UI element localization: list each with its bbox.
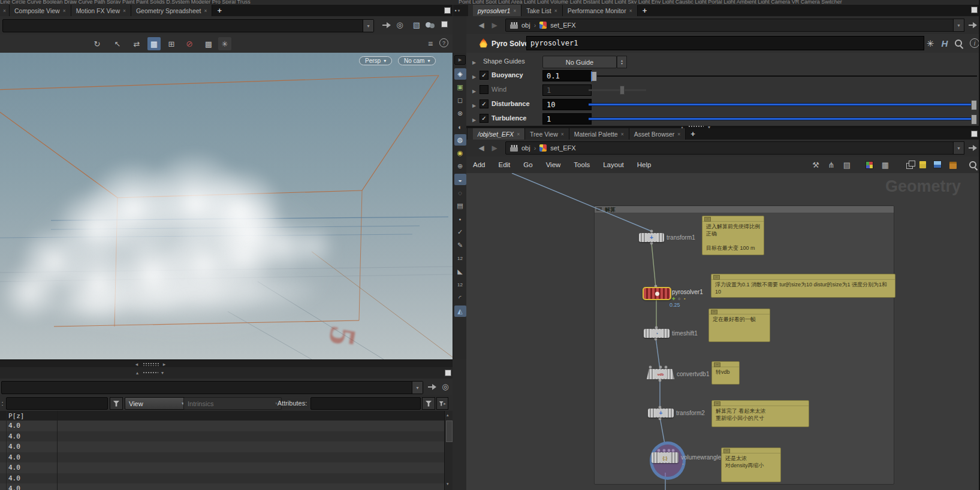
tree-list-icon[interactable]: ≡ bbox=[424, 38, 436, 50]
headlight-only-icon[interactable]: ◍ bbox=[454, 134, 466, 146]
close-icon[interactable]: × bbox=[123, 8, 126, 14]
buoyancy-checkbox[interactable]: ✓ bbox=[480, 71, 489, 80]
objects-view-icon[interactable] bbox=[426, 22, 435, 29]
tab-list-control[interactable]: ▪ ▾ bbox=[453, 5, 468, 16]
tab-performance-monitor[interactable]: Performance Monitor× bbox=[563, 5, 638, 16]
disturbance-slider-track[interactable] bbox=[589, 104, 975, 105]
buoyancy-slider-track[interactable] bbox=[589, 75, 977, 77]
lock-camera-icon[interactable]: ◻ bbox=[454, 95, 466, 106]
column-divider[interactable] bbox=[57, 411, 58, 490]
tab-obj-set-efx[interactable]: /obj/set_EFX× bbox=[473, 128, 525, 140]
viewport-path-dropdown[interactable]: ▾ bbox=[2, 19, 374, 32]
markers-icon[interactable]: ✓ bbox=[454, 226, 466, 238]
disturbance-field[interactable]: 10 bbox=[542, 99, 592, 110]
forward-icon[interactable]: ▶ bbox=[490, 21, 499, 29]
attributes-filter-input[interactable] bbox=[310, 397, 421, 410]
pane-menu-icon[interactable] bbox=[444, 7, 451, 14]
turbulence-checkbox[interactable]: ✓ bbox=[480, 114, 489, 123]
menu-add[interactable]: Add bbox=[466, 156, 491, 173]
breadcrumb-obj[interactable]: obj bbox=[521, 22, 530, 29]
help-icon[interactable]: ? bbox=[439, 38, 448, 47]
badge-template-icon[interactable]: ✚ bbox=[672, 297, 676, 301]
gear-icon[interactable]: ✳ bbox=[924, 38, 936, 50]
houdini-logo-icon[interactable]: H bbox=[939, 37, 951, 49]
spinner-down-icon[interactable]: ▾ bbox=[621, 62, 623, 65]
tab-composite-view[interactable]: Composite View× bbox=[10, 5, 71, 16]
asset-box-icon[interactable] bbox=[949, 162, 957, 169]
group-filter-input[interactable] bbox=[6, 397, 108, 410]
wind-slider-track[interactable] bbox=[589, 89, 646, 91]
shadows-icon[interactable]: ⊕ bbox=[454, 161, 466, 172]
wind-field[interactable]: 1 bbox=[542, 84, 592, 96]
disclosure-icon[interactable]: ▶ bbox=[472, 117, 476, 123]
viewport-3d[interactable]: 5 Persp ▾ No cam ▾ bbox=[0, 53, 453, 359]
splitter-up-icon[interactable]: ▴ bbox=[134, 370, 140, 376]
sticky-note[interactable]: – 解算完了 看起来太浓 重新缩小回小的尺寸 bbox=[711, 400, 809, 427]
view-tool-icon[interactable]: ↻ bbox=[91, 38, 103, 50]
spreadsheet-path-dropdown[interactable]: ▾ bbox=[1, 381, 423, 394]
attributes-funnel-button[interactable] bbox=[422, 397, 435, 410]
scroll-right-icon[interactable]: ▸ bbox=[161, 361, 168, 367]
scroll-up-icon[interactable]: ▴ bbox=[447, 413, 449, 418]
close-icon[interactable]: × bbox=[561, 131, 564, 137]
badge-bypass-icon[interactable]: ○ bbox=[678, 297, 680, 301]
normal-lighting-icon[interactable]: ◐ bbox=[454, 121, 466, 132]
menu-edit[interactable]: Edit bbox=[491, 156, 517, 173]
node-name-field[interactable]: pyrosolver1 bbox=[526, 36, 924, 50]
tools-icon[interactable]: ⚒ bbox=[810, 159, 821, 170]
close-icon[interactable]: × bbox=[621, 131, 624, 137]
menu-go[interactable]: Go bbox=[517, 156, 539, 173]
scroll-down-icon[interactable]: ▾ bbox=[447, 482, 449, 486]
close-icon[interactable]: × bbox=[554, 8, 557, 14]
sticky-note[interactable]: – 定在最好看的一帧 bbox=[708, 308, 770, 342]
prim-numbers-icon[interactable]: 12 bbox=[454, 279, 466, 291]
column-header[interactable]: P[z] bbox=[8, 412, 25, 420]
pane-menu-icon[interactable] bbox=[445, 370, 451, 376]
breadcrumb-set-efx[interactable]: set_EFX bbox=[550, 144, 575, 152]
tree-hierarchy-icon[interactable]: ⋔ bbox=[826, 159, 837, 170]
breadcrumb-obj[interactable]: obj bbox=[521, 144, 530, 152]
sticky-note[interactable]: – 还是太浓 对density再缩小 bbox=[721, 447, 781, 482]
shelf-strip-left[interactable]: Line Circle Curve Boolean Draw Curve Pat… bbox=[0, 0, 451, 4]
new-tab-button[interactable]: + bbox=[686, 128, 700, 140]
wind-slider-handle[interactable] bbox=[620, 86, 625, 95]
turbulence-slider-handle[interactable] bbox=[971, 114, 977, 125]
perspective-selector[interactable]: Persp ▾ bbox=[359, 56, 392, 65]
tab-asset-browser[interactable]: Asset Browser× bbox=[629, 128, 686, 140]
back-icon[interactable]: ◀ bbox=[477, 21, 486, 29]
search-icon[interactable] bbox=[954, 39, 963, 48]
tab-motion-fx-view[interactable]: Motion FX View× bbox=[71, 5, 131, 16]
disclosure-icon[interactable]: ▶ bbox=[472, 103, 476, 108]
flipbook-icon[interactable]: ▩ bbox=[203, 38, 215, 50]
breadcrumb-set-efx[interactable]: set_EFX bbox=[550, 22, 575, 29]
network-canvas[interactable]: Geometry – 解算 transform1 bbox=[466, 173, 980, 490]
pin-icon[interactable] bbox=[969, 144, 978, 152]
pane-splitter-handle[interactable] bbox=[143, 371, 158, 374]
menu-tools[interactable]: Tools bbox=[567, 156, 596, 173]
table-scrollbar[interactable]: ▴ ▾ bbox=[444, 411, 453, 490]
background-image-icon[interactable] bbox=[934, 161, 941, 168]
point-normals-icon[interactable]: ◣ bbox=[454, 266, 466, 277]
close-icon[interactable]: × bbox=[63, 8, 66, 14]
points-display-icon[interactable]: • bbox=[454, 213, 466, 225]
splitter-down-icon[interactable]: ▾ bbox=[159, 370, 165, 376]
disable-lighting-icon[interactable]: ⊗ bbox=[454, 108, 466, 119]
scrollbar-thumb[interactable] bbox=[446, 421, 453, 442]
table-header-row[interactable]: P[z] bbox=[0, 411, 444, 421]
wireframe-icon[interactable]: ▤ bbox=[454, 200, 466, 211]
collapse-icon[interactable]: – bbox=[704, 217, 711, 222]
disturbance-checkbox[interactable]: ✓ bbox=[480, 99, 489, 108]
close-icon[interactable]: × bbox=[204, 8, 207, 14]
chevron-down-icon[interactable]: ▾ bbox=[412, 382, 423, 394]
menu-help[interactable]: Help bbox=[631, 156, 658, 173]
close-icon[interactable]: × bbox=[3, 8, 6, 14]
grid-snap-icon[interactable]: ▦ bbox=[880, 159, 891, 170]
camera-selector[interactable]: No cam ▾ bbox=[398, 56, 436, 65]
pane-maximize-icon[interactable] bbox=[441, 21, 448, 28]
high-quality-lighting-icon[interactable]: ◉ bbox=[454, 147, 466, 159]
view-mode-dropdown[interactable]: View ▾ bbox=[125, 397, 188, 410]
collapse-icon[interactable]: – bbox=[714, 362, 720, 367]
list-view-icon[interactable]: ▤ bbox=[842, 159, 852, 170]
close-icon[interactable]: × bbox=[677, 131, 680, 137]
menu-view[interactable]: View bbox=[539, 156, 568, 173]
